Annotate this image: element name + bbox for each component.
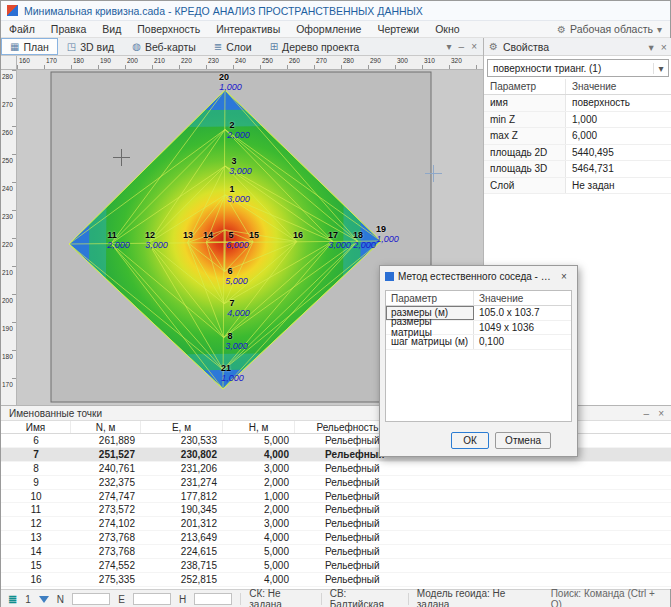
cube-icon: ◳ [67,41,76,52]
properties-rows: имяповерхностьmin Z1,000max Z6,000площад… [484,95,671,194]
layer-count: 1 [25,594,31,605]
layers-icon: ≣ [214,41,222,52]
chevron-down-icon[interactable]: ▾ [447,41,452,52]
n-label: N [57,594,64,605]
divider [321,593,322,605]
column-value: Значение [474,293,571,304]
minimize-icon[interactable]: – [459,41,465,52]
column-param: Параметр [484,79,566,94]
wrench-icon: ⚙ [489,41,498,52]
column-header[interactable]: H, м [223,421,295,433]
menu-item[interactable]: Окно [427,23,467,35]
tab-list: ▦План◳3D вид◍Веб-карты≣Слои⊞Дерево проек… [1,38,368,55]
coordinate-system-status[interactable]: СК: Не задана [249,588,313,607]
properties-table-header: Параметр Значение [484,79,671,95]
view-tabs: ▦План◳3D вид◍Веб-карты≣Слои⊞Дерево проек… [1,38,483,56]
menu-item[interactable]: Поверхность [129,23,208,35]
column-header[interactable]: N, м [71,421,141,433]
window-title: Минимальная кривизна.cada - КРЕДО АНАЛИЗ… [24,5,423,17]
dialog-table-header: Параметр Значение [386,291,571,306]
column-header[interactable]: E, м [141,421,223,433]
geoid-model-status[interactable]: Модель геоида: Не задана [417,588,535,607]
command-search[interactable]: Поиск: Команда (Ctrl + Q) [551,588,663,607]
ruler-horizontal: 1601701801902002102202302402502602702802… [17,56,483,70]
property-row[interactable]: площадь 3D5464,731 [484,161,671,178]
gear-icon: ⚙ [557,24,566,35]
table-row[interactable]: 15274,552238,7155,000Рельефный [1,559,671,573]
globe-icon: ◍ [132,41,141,52]
filter-icon[interactable] [39,596,49,603]
menubar: ФайлПравкаВидПоверхностьИнтерактивыОформ… [1,21,670,38]
close-icon[interactable]: × [471,41,477,52]
tab-Веб-карты[interactable]: ◍Веб-карты [123,38,205,55]
dialog-row[interactable]: шаг матрицы (м)0,100 [386,335,571,350]
app-icon [7,5,18,16]
menu-item[interactable]: Интерактивы [208,23,288,35]
menu-item[interactable]: Оформление [288,23,369,35]
crosshair-marker [425,165,442,182]
chevron-down-icon: ▾ [657,24,662,35]
table-row[interactable]: 8240,761231,2063,000Рельефный [1,462,671,476]
h-label: H [179,594,186,605]
n-coordinate-field[interactable] [72,593,110,605]
table-row[interactable]: 14273,768224,6155,000Рельефный [1,545,671,559]
divider [240,593,241,605]
dialog-titlebar[interactable]: Метод естественного соседа - КРЕДО АНАЛИ… [380,266,577,286]
menu-item[interactable]: Чертежи [369,23,427,35]
table-row[interactable]: 10274,747177,8121,000Рельефный [1,490,671,504]
divider [408,593,409,605]
tab-Слои[interactable]: ≣Слои [205,38,261,55]
object-selector-dropdown[interactable]: поверхности трианг. (1) ▾ [487,59,669,77]
tab-Дерево проекта[interactable]: ⊞Дерево проекта [261,38,369,55]
dialog-icon [385,272,394,281]
property-row[interactable]: площадь 2D5440,495 [484,145,671,162]
column-header[interactable]: Имя [1,421,71,433]
table-row[interactable]: 9232,375231,2742,000Рельефный [1,476,671,490]
dialog-row[interactable]: размеры матрицы1049 x 1036 [386,321,571,336]
ruler-corner [1,56,17,70]
menu-item[interactable]: Файл [1,23,43,35]
layers-icon[interactable]: ≣ [8,593,17,606]
grid-icon: ▦ [10,41,19,52]
chevron-down-icon[interactable]: ▾ [649,41,654,53]
tab-План[interactable]: ▦План [1,38,58,55]
close-icon[interactable]: × [661,41,667,53]
tab-3D вид[interactable]: ◳3D вид [58,38,123,55]
tree-icon: ⊞ [270,41,278,52]
height-system-status[interactable]: СВ: Балтийская [330,588,400,607]
named-points-title: Именованные точки [9,408,102,419]
column-param: Параметр [386,291,474,305]
column-value: Значение [566,81,671,92]
titlebar: Минимальная кривизна.cada - КРЕДО АНАЛИЗ… [1,1,670,21]
dialog-table: Параметр Значение размеры (м)105.0 x 103… [385,290,572,422]
property-row[interactable]: min Z1,000 [484,112,671,129]
dialog-rows: размеры (м)105.0 x 103.7размеры матрицы1… [386,306,571,350]
table-row[interactable]: 13273,768213,6494,000Рельефный [1,531,671,545]
dialog-title: Метод естественного соседа - КРЕДО АНАЛИ… [398,271,552,282]
workspace-label: Рабочая область [570,23,653,35]
ruler-vertical: 280270260250240230220210200190180170 [1,70,17,405]
property-row[interactable]: max Z6,000 [484,128,671,145]
e-coordinate-field[interactable] [133,593,171,605]
property-row[interactable]: имяповерхность [484,95,671,112]
property-row[interactable]: СлойНе задан [484,178,671,195]
properties-header: ⚙ Свойства ▾ × [484,38,671,56]
table-row[interactable]: 11273,572190,3452,000Рельефный [1,503,671,517]
table-row[interactable]: 16275,335252,8154,000Рельефный [1,573,671,587]
menu-item[interactable]: Вид [94,23,129,35]
workspace-switcher[interactable]: ⚙ Рабочая область ▾ [557,23,670,35]
app-window: Минимальная кривизна.cada - КРЕДО АНАЛИЗ… [0,0,671,607]
close-icon[interactable]: × [658,408,664,419]
minimize-icon[interactable]: – [644,408,650,419]
object-selector-value: поверхности трианг. (1) [493,63,601,74]
crosshair-marker [113,149,130,166]
menu-items: ФайлПравкаВидПоверхностьИнтерактивыОформ… [1,23,468,35]
cancel-button[interactable]: Отмена [495,432,551,449]
table-row[interactable]: 12274,102201,3123,000Рельефный [1,517,671,531]
combo-arrow-icon: ▾ [653,63,668,74]
menu-item[interactable]: Правка [43,23,94,35]
close-icon[interactable]: × [556,271,572,282]
h-coordinate-field[interactable] [194,593,232,605]
e-label: E [118,594,125,605]
ok-button[interactable]: ОК [451,432,489,449]
